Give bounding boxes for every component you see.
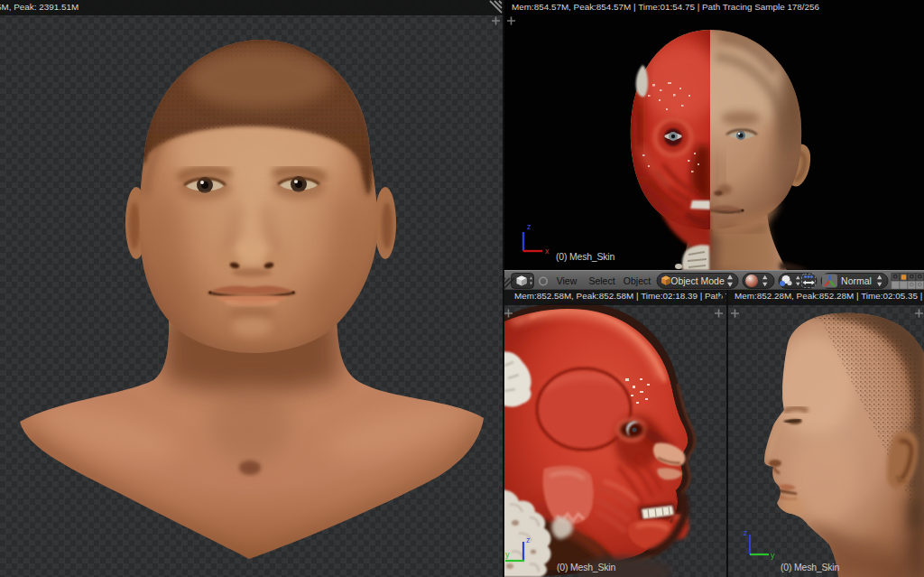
svg-text:View: View	[557, 275, 578, 286]
svg-text:z: z	[744, 528, 748, 537]
svg-text:x: x	[545, 247, 550, 256]
svg-text:y: y	[771, 551, 775, 560]
svg-text:z: z	[527, 222, 531, 231]
svg-text:Normal: Normal	[841, 275, 872, 286]
svg-text:Select: Select	[588, 275, 614, 286]
svg-text:Object: Object	[624, 275, 651, 286]
svg-text:Object Mode: Object Mode	[670, 275, 725, 286]
svg-text:y: y	[505, 550, 510, 559]
svg-text:z: z	[526, 535, 531, 544]
